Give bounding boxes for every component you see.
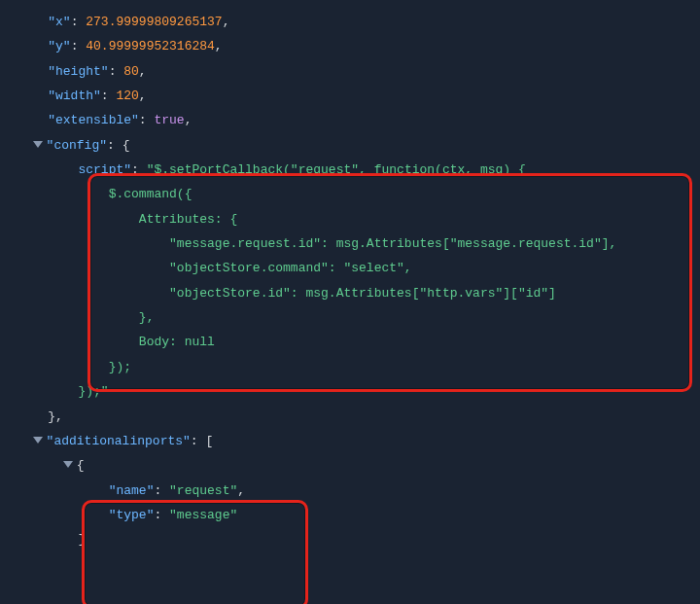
script-line: }); bbox=[18, 355, 700, 379]
script-line: });" bbox=[18, 379, 700, 404]
value: 273.99999809265137 bbox=[86, 15, 222, 29]
array-item-open[interactable]: { bbox=[18, 453, 700, 478]
config-close: }, bbox=[18, 405, 700, 429]
prop-x: "x": 273.99999809265137, bbox=[18, 10, 700, 34]
prop-type: "type": "message" bbox=[18, 503, 700, 527]
prop-script-head: script": "$.setPortCallback("request", f… bbox=[18, 158, 700, 182]
script-line: $.command({ bbox=[18, 182, 700, 206]
prop-config[interactable]: "config": { bbox=[18, 133, 700, 158]
script-line: "message.request.id": msg.Attributes["me… bbox=[18, 231, 700, 256]
prop-height: "height": 80, bbox=[18, 59, 700, 84]
chevron-down-icon[interactable] bbox=[63, 461, 73, 468]
script-line: "objectStore.command": "select", bbox=[18, 256, 700, 280]
script-line: "objectStore.id": msg.Attributes["http.v… bbox=[18, 281, 700, 305]
chevron-down-icon[interactable] bbox=[33, 437, 43, 444]
chevron-down-icon[interactable] bbox=[33, 141, 43, 148]
array-item-close: } bbox=[18, 527, 700, 551]
script-line: Attributes: { bbox=[18, 207, 700, 231]
prop-name: "name": "request", bbox=[18, 479, 700, 503]
prop-y: "y": 40.99999952316284, bbox=[18, 34, 700, 58]
prop-width: "width": 120, bbox=[18, 84, 700, 108]
key: "x" bbox=[48, 15, 70, 29]
script-line: }, bbox=[18, 305, 700, 330]
prop-additionalinports[interactable]: "additionalinports": [ bbox=[18, 429, 700, 453]
json-tree: "x": 273.99999809265137, "y": 40.9999995… bbox=[18, 10, 700, 552]
prop-extensible: "extensible": true, bbox=[18, 108, 700, 132]
script-line: Body: null bbox=[18, 330, 700, 354]
